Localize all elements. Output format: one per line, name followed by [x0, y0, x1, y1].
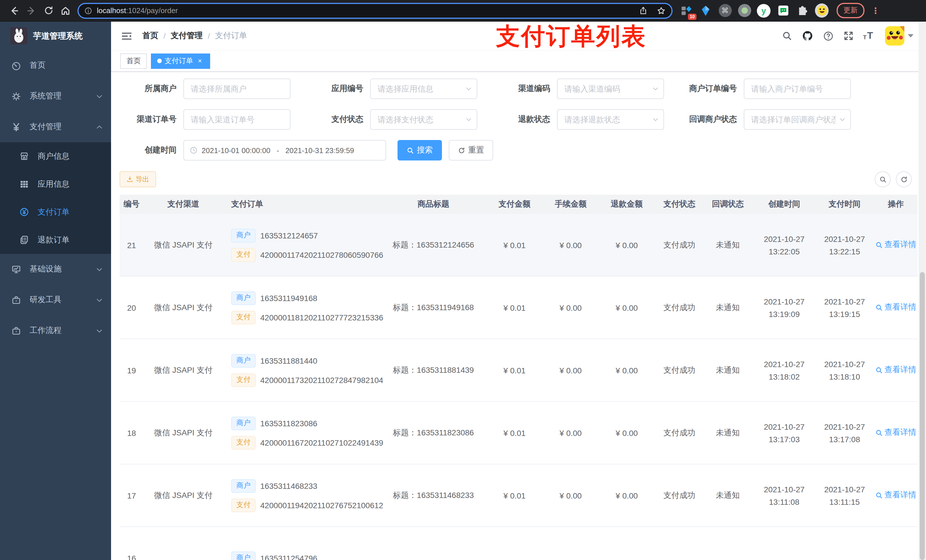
cell-id: 21	[120, 240, 144, 249]
sidebar-item-工作流程[interactable]: 工作流程	[0, 315, 111, 346]
share-icon[interactable]	[639, 6, 648, 15]
tab-manager-extension-icon[interactable]: 10	[679, 4, 693, 17]
app-title: 芋道管理系统	[33, 30, 83, 41]
search-icon[interactable]	[782, 31, 792, 41]
cell-create-time: 2021-10-2713:11:08	[754, 483, 815, 508]
address-bar[interactable]: localhost:1024/pay/order	[77, 3, 673, 18]
date-end[interactable]: 2021-10-31 23:59:59	[285, 146, 354, 154]
monitor-icon	[11, 264, 22, 274]
filter-group: 应用编号	[306, 78, 477, 99]
view-detail-label: 查看详情	[884, 428, 916, 438]
user-menu[interactable]	[885, 26, 914, 45]
reload-icon[interactable]	[40, 2, 57, 19]
magnifier-icon	[875, 304, 883, 311]
refresh-icon[interactable]	[896, 171, 912, 187]
view-detail-link[interactable]: 查看详情	[875, 302, 916, 313]
profile-emoji-icon[interactable]	[815, 4, 829, 17]
sidebar-item-label: 支付订单	[38, 207, 103, 217]
sidebar-item-基础设施[interactable]: 基础设施	[0, 254, 111, 285]
pay-tag: 支付	[231, 436, 256, 449]
vue-devtools-extension-icon[interactable]: y	[757, 4, 770, 17]
sidebar-item-商户信息[interactable]: 商户信息	[0, 142, 111, 170]
home-icon[interactable]	[57, 2, 74, 19]
cell-pay-time: 2021-10-2713:17:08	[815, 420, 874, 445]
column-header-支付时间: 支付时间	[815, 199, 874, 210]
fullscreen-icon[interactable]	[843, 31, 853, 41]
navbar-actions: TT	[782, 26, 914, 45]
filter-input-所属商户[interactable]	[183, 78, 291, 99]
filter-select-渠道编码[interactable]	[557, 78, 664, 99]
bookmark-star-icon[interactable]	[657, 6, 666, 15]
sidebar-item-系统管理[interactable]: 系统管理	[0, 81, 111, 112]
view-detail-link[interactable]: 查看详情	[875, 240, 916, 250]
pay-order-line: 支付4200001174202110278060590766	[231, 248, 382, 261]
help-icon[interactable]	[823, 30, 834, 41]
tag-home[interactable]: 首页	[120, 53, 147, 69]
sidebar-toggle-icon[interactable]	[119, 28, 135, 44]
cell-id: 16	[120, 554, 144, 560]
toggle-search-icon[interactable]	[875, 171, 891, 187]
tag-pay-order[interactable]: 支付订单 ×	[151, 53, 210, 69]
forward-icon[interactable]	[23, 2, 40, 19]
recorder-extension-icon[interactable]	[737, 4, 751, 17]
merchant-order-line: 商户1635311254796	[231, 551, 382, 560]
sidebar-item-label: 退款订单	[38, 235, 103, 245]
breadcrumb-home[interactable]: 首页	[142, 31, 158, 41]
merchant-order-no: 1635311823086	[260, 418, 317, 428]
filter-select-退款状态[interactable]	[557, 109, 664, 130]
date-start[interactable]: 2021-10-01 00:00:00	[201, 146, 270, 154]
close-icon[interactable]: ×	[196, 57, 204, 65]
logo-row[interactable]: 芋道管理系统	[0, 22, 111, 50]
cell-create-time: 2021-10-2713:17:03	[754, 420, 815, 445]
viewport: localhost:1024/pay/order 10 ⌘	[0, 0, 926, 560]
filter-row-1: 所属商户应用编号渠道编码商户订单编号	[120, 78, 917, 99]
page-scrollbar[interactable]	[918, 22, 926, 560]
back-icon[interactable]	[6, 2, 23, 19]
sidebar-item-label: 研发工具	[30, 295, 96, 305]
filter-input-渠道订单号[interactable]	[183, 109, 291, 130]
extensions-puzzle-icon[interactable]	[796, 4, 809, 17]
sidebar-item-支付管理[interactable]: 支付管理	[0, 112, 111, 142]
submenu-支付管理: 商户信息应用信息支付订单退款订单	[0, 142, 111, 254]
cell-actions: 查看详情	[874, 365, 917, 376]
kite-extension-icon[interactable]	[699, 4, 713, 17]
filter-group: 所属商户	[120, 78, 291, 99]
browser-menu-icon[interactable]: ⋮	[872, 9, 880, 12]
github-icon[interactable]	[802, 30, 813, 42]
view-detail-link[interactable]: 查看详情	[875, 428, 916, 438]
scrollbar-thumb[interactable]	[920, 272, 925, 560]
view-detail-link[interactable]: 查看详情	[875, 490, 916, 501]
sidebar-item-应用信息[interactable]: 应用信息	[0, 170, 111, 198]
filter-select-应用编号[interactable]	[370, 78, 477, 99]
breadcrumb-pay[interactable]: 支付管理	[171, 31, 203, 41]
merchant-order-line: 商户1635312124657	[231, 228, 382, 242]
filter-select-回调商户状态[interactable]	[744, 109, 851, 130]
reset-button[interactable]: 重置	[449, 140, 493, 160]
sidebar-item-支付订单[interactable]: 支付订单	[0, 198, 111, 226]
create-time-range-picker[interactable]: 2021-10-01 00:00:00 - 2021-10-31 23:59:5…	[183, 140, 386, 160]
chat-extension-icon[interactable]	[776, 4, 790, 17]
user-avatar	[885, 26, 904, 45]
filter-group: 支付状态	[306, 109, 477, 130]
chevron-down-icon	[96, 92, 103, 100]
view-detail-link[interactable]: 查看详情	[875, 365, 916, 375]
cell-actions: 查看详情	[874, 428, 917, 438]
site-info-icon[interactable]	[84, 6, 92, 15]
sidebar-item-首页[interactable]: 首页	[0, 50, 111, 81]
filter-select-支付状态[interactable]	[370, 109, 477, 130]
browser-update-button[interactable]: 更新	[837, 3, 864, 18]
filter-input-商户订单编号[interactable]	[744, 78, 851, 99]
command-extension-icon[interactable]: ⌘	[718, 4, 732, 17]
pay-tag: 支付	[231, 248, 256, 261]
cell-title: 标题：1635312124656	[382, 240, 485, 250]
font-size-icon[interactable]: TT	[863, 32, 873, 41]
cell-notify-status: 未通知	[702, 365, 754, 375]
export-button[interactable]: 导出	[120, 171, 156, 187]
sidebar-item-退款订单[interactable]: 退款订单	[0, 226, 111, 254]
search-button[interactable]: 搜索	[398, 140, 442, 160]
cell-channel: 微信 JSAPI 支付	[144, 490, 223, 501]
grid-icon	[20, 179, 30, 189]
sidebar-item-研发工具[interactable]: 研发工具	[0, 285, 111, 315]
pay-tag: 支付	[231, 498, 256, 512]
cell-pay-order: 商户1635312124657支付42000011742021102780605…	[223, 228, 382, 261]
